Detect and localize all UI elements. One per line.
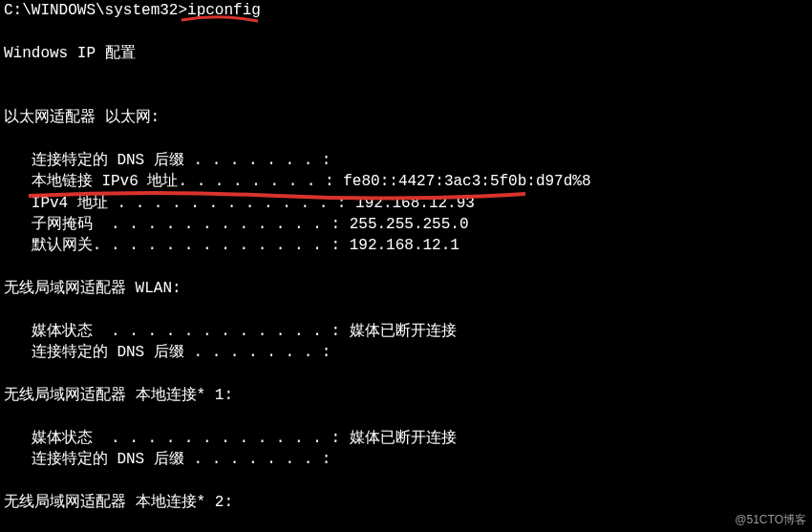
field-value: 192.168.12.1 <box>350 237 459 254</box>
field-label: 默认网关 <box>32 237 93 254</box>
dots: . . . . . . . . . . . . : <box>111 430 340 447</box>
field-value: fe80::4427:3ac3:5f0b:d97d%8 <box>343 173 590 190</box>
adapter-title: 以太网适配器 以太网: <box>4 109 160 126</box>
watermark-text: @51CTO博客 <box>735 512 806 528</box>
dots: . . . . . . . . . . . . : <box>111 216 340 233</box>
prompt-command: ipconfig <box>187 2 261 19</box>
field-value: 媒体已断开连接 <box>350 430 457 447</box>
field-label: 媒体状态 <box>32 323 111 340</box>
field-label-ipv4: IPv4 地址 <box>32 195 118 212</box>
field-label: 本地链接 IPv6 地址 <box>32 173 179 190</box>
terminal-output[interactable]: C:\WINDOWS\system32>ipconfig Windows IP … <box>0 0 812 532</box>
dots: . . . . . . . : <box>193 152 331 169</box>
field-label: 媒体状态 <box>32 430 111 447</box>
adapter-title: 无线局域网适配器 本地连接* 1: <box>4 387 233 404</box>
prompt-path: C:\WINDOWS\system32> <box>4 2 187 19</box>
field-label: 子网掩码 <box>32 216 111 233</box>
field-label: 连接特定的 DNS 后缀 <box>32 451 194 468</box>
field-value: 媒体已断开连接 <box>350 323 457 340</box>
dots: . . . . . . . : <box>193 451 331 468</box>
field-label: 连接特定的 DNS 后缀 <box>32 344 194 361</box>
field-label: 连接特定的 DNS 后缀 <box>32 152 194 169</box>
field-value: 255.255.255.0 <box>350 216 469 233</box>
dots: . . . . . . . . . . . . . : <box>93 237 340 254</box>
dots: . . . . . . . . : <box>178 173 333 190</box>
adapter-title: 无线局域网适配器 WLAN: <box>4 280 182 297</box>
adapter-title: 无线局域网适配器 本地连接* 2: <box>4 494 233 511</box>
field-value-ipv4: 192.168.12.93 <box>355 195 475 212</box>
dots: . . . . . . . . . . . . : <box>111 323 340 340</box>
header-line: Windows IP 配置 <box>4 45 136 62</box>
dots: . . . . . . . . . . . . : <box>117 195 346 212</box>
dots: . . . . . . . : <box>193 344 331 361</box>
